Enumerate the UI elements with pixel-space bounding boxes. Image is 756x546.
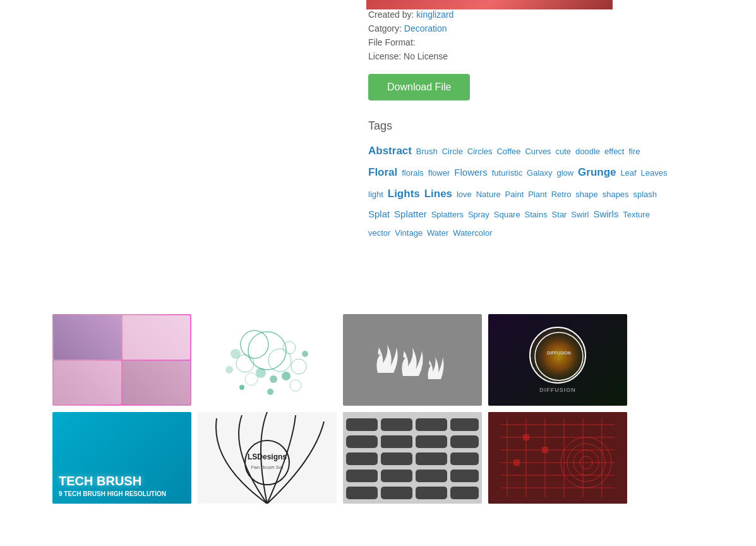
tags-title: Tags [368,119,671,133]
svg-rect-63 [542,447,548,453]
tag-lines[interactable]: Lines [424,188,452,200]
tag-splatters[interactable]: Splatters [431,210,464,219]
tag-vector[interactable]: vector [368,228,390,238]
category-link[interactable]: Decoration [404,23,447,33]
thumbnail-flames[interactable] [343,314,482,406]
thumbnail-diffusion[interactable]: DIFFUSION • DIFFUSION [488,314,627,406]
tag-abstract[interactable]: Abstract [368,145,412,157]
tag-love[interactable]: love [457,190,472,199]
svg-rect-28 [450,418,479,431]
tag-swirls[interactable]: Swirls [593,209,618,219]
tag-square[interactable]: Square [494,210,520,219]
tag-leaf[interactable]: Leaf [620,168,636,178]
svg-rect-34 [381,452,412,465]
svg-point-2 [268,349,291,372]
tag-floral[interactable]: Floral [368,166,397,178]
svg-point-10 [282,372,291,380]
tag-paint[interactable]: Paint [505,190,524,199]
thumbnail-row-1: DIFFUSION • DIFFUSION [52,314,684,406]
tag-coffee[interactable]: Coffee [496,147,520,156]
circuit-svg [488,412,627,504]
tag-texture[interactable]: Texture [623,210,650,219]
download-button[interactable]: Download File [368,74,470,100]
svg-rect-43 [416,487,447,499]
thumbnail-row-2: TECH BRUSH 9 TECH BRUSH HIGH RESOLUTION [52,412,684,504]
tag-cute[interactable]: cute [556,147,572,156]
tag-plant[interactable]: Plant [528,190,547,199]
svg-point-8 [270,375,277,383]
tag-splat[interactable]: Splat [368,209,390,219]
thumbnail-tech[interactable]: TECH BRUSH 9 TECH BRUSH HIGH RESOLUTION [52,412,191,504]
tag-flowers[interactable]: Flowers [454,167,488,178]
svg-text:DIFFUSION: DIFFUSION [547,351,571,355]
lace-cell-2 [123,315,190,360]
tag-vintage[interactable]: Vintage [395,228,423,238]
tech-title: TECH BRUSH [59,474,166,488]
thumbnails-section: DIFFUSION • DIFFUSION TECH BRUSH 9 TECH … [52,314,684,510]
tag-effect[interactable]: effect [604,147,625,156]
created-by-line: Created by: kinglizard [368,9,671,20]
tag-light[interactable]: light [368,190,383,199]
file-format-label: File Format: [368,37,416,47]
svg-point-12 [225,366,233,373]
tag-leaves[interactable]: Leaves [641,168,668,178]
tag-retro[interactable]: Retro [551,190,572,199]
tag-shape[interactable]: shape [575,190,597,199]
svg-point-11 [302,351,308,357]
svg-rect-25 [346,418,378,431]
tag-star[interactable]: Star [552,210,567,219]
tag-futuristic[interactable]: futuristic [492,168,522,178]
license-label: License: [368,51,401,61]
tag-grunge[interactable]: Grunge [578,166,616,178]
diffusion-svg: DIFFUSION • [531,328,587,385]
svg-rect-33 [346,452,378,465]
tag-shapes[interactable]: shapes [603,190,629,199]
lace-cell-1 [54,315,121,360]
tag-doodle[interactable]: doodle [575,147,600,156]
tag-spray[interactable]: Spray [468,210,489,219]
license-line: License: No License [368,51,671,61]
svg-text:LSDesigns: LSDesigns [248,452,287,461]
thumbnail-circuit[interactable] [488,412,627,504]
cars-svg [343,412,482,504]
svg-rect-64 [513,459,520,466]
svg-rect-30 [381,435,412,448]
tag-splatter[interactable]: Splatter [394,209,427,219]
tag-glow[interactable]: glow [556,168,573,178]
svg-rect-35 [416,452,447,465]
tag-brush[interactable]: Brush [416,147,438,156]
svg-rect-39 [416,470,447,482]
tags-container: Abstract Brush Circle Circles Coffee Cur… [368,140,671,241]
tag-circles[interactable]: Circles [467,147,493,156]
thumbnail-fan[interactable]: LSDesigns Fan Brush Set [198,412,337,504]
tag-lights[interactable]: Lights [388,188,420,200]
tag-swirl[interactable]: Swirl [571,210,589,219]
tag-splash[interactable]: splash [633,190,657,199]
svg-point-14 [267,389,273,395]
tags-section: Tags Abstract Brush Circle Circles Coffe… [368,119,671,241]
right-panel: Created by: kinglizard Catgory: Decorati… [368,0,671,254]
svg-point-5 [231,349,241,359]
tag-water[interactable]: Water [427,228,448,238]
thumbnail-cars[interactable] [343,412,482,504]
svg-rect-26 [381,418,412,431]
tag-galaxy[interactable]: Galaxy [527,168,552,178]
tag-circle[interactable]: Circle [442,147,463,156]
tag-fire[interactable]: fire [628,147,640,156]
tag-curves[interactable]: Curves [525,147,551,156]
page-container: Created by: kinglizard Catgory: Decorati… [0,0,756,546]
svg-rect-62 [523,434,529,440]
thumbnail-bubbles[interactable] [198,314,337,406]
created-by-link[interactable]: kinglizard [416,9,453,20]
tag-watercolor[interactable]: Watercolor [453,228,492,238]
fan-svg: LSDesigns Fan Brush Set [198,412,337,504]
svg-rect-29 [346,435,378,448]
thumbnail-lace[interactable] [52,314,191,406]
svg-point-4 [283,341,296,354]
tag-nature[interactable]: Nature [476,190,501,199]
tag-flower[interactable]: flower [428,168,450,178]
tag-florals[interactable]: florals [402,168,424,178]
svg-rect-38 [381,470,412,482]
created-by-label: Created by: [368,9,414,20]
tag-stains[interactable]: Stains [525,210,548,219]
